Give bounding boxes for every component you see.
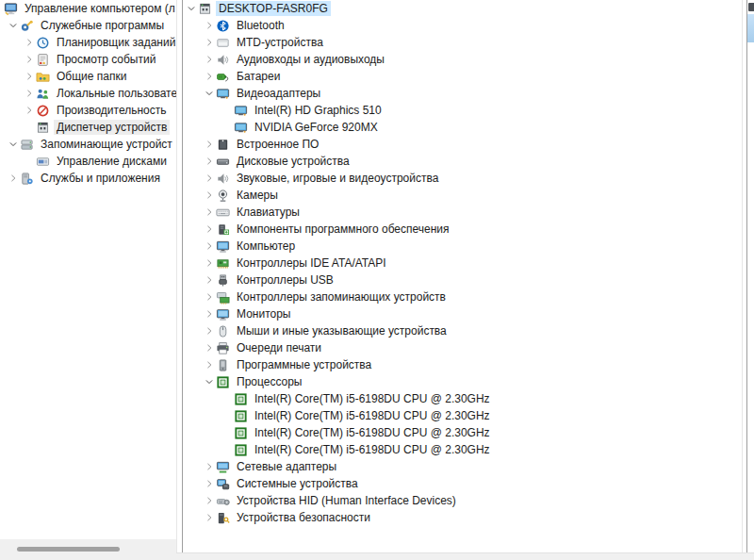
tree-item-label[interactable]: Диспетчер устройств xyxy=(54,120,170,135)
chevron-right-icon[interactable] xyxy=(203,18,215,33)
tree-item[interactable]: Управление дисками xyxy=(23,153,176,170)
tree-item[interactable]: Видеоадаптеры xyxy=(203,85,742,102)
tree-item-label[interactable]: Общие папки xyxy=(54,69,129,84)
tree-item[interactable]: Звуковые, игровые и видеоустройства xyxy=(203,170,742,187)
chevron-right-icon[interactable] xyxy=(203,459,215,474)
tree-item-label[interactable]: Intel(R) Core(TM) i5-6198DU CPU @ 2.30GH… xyxy=(252,442,493,457)
tree-item[interactable]: Bluetooth xyxy=(203,17,742,34)
tree-item[interactable]: Камеры xyxy=(203,187,742,204)
tree-item-label[interactable]: Устройства безопасности xyxy=(234,510,373,525)
tree-item[interactable]: Мониторы xyxy=(203,305,742,322)
tree-item[interactable]: Дисковые устройства xyxy=(203,153,742,170)
chevron-right-icon[interactable] xyxy=(7,171,19,186)
tree-item-label[interactable]: Устройства HID (Human Interface Devices) xyxy=(234,493,459,508)
chevron-down-icon[interactable] xyxy=(185,1,197,16)
tree-item[interactable]: Запоминающие устройст xyxy=(7,136,176,153)
tree-item-label[interactable]: Intel(R) HD Graphics 510 xyxy=(252,103,385,118)
tree-item-label[interactable]: Запоминающие устройст xyxy=(38,137,175,152)
chevron-right-icon[interactable] xyxy=(203,154,215,169)
tree-item-label[interactable]: Звуковые, игровые и видеоустройства xyxy=(234,171,441,186)
tree-item-label[interactable]: Аудиовходы и аудиовыходы xyxy=(234,52,387,67)
tree-item-label[interactable]: Управление компьютером (л xyxy=(22,1,176,16)
tree-item[interactable]: Intel(R) Core(TM) i5-6198DU CPU @ 2.30GH… xyxy=(221,424,742,441)
tree-item-label[interactable]: Камеры xyxy=(234,188,281,203)
tree-item-label[interactable]: Видеоадаптеры xyxy=(234,86,323,101)
tree-item-label[interactable]: Мониторы xyxy=(234,306,293,321)
chevron-right-icon[interactable] xyxy=(203,171,215,186)
tree-item-label[interactable]: Просмотр событий xyxy=(54,52,158,67)
tree-item-label[interactable]: Сетевые адаптеры xyxy=(234,459,339,474)
chevron-right-icon[interactable] xyxy=(23,69,35,84)
chevron-right-icon[interactable] xyxy=(203,188,215,203)
chevron-down-icon[interactable] xyxy=(7,137,19,152)
chevron-right-icon[interactable] xyxy=(23,86,35,101)
horizontal-scrollbar[interactable] xyxy=(0,539,176,560)
tree-item[interactable]: Планировщик заданий xyxy=(23,34,176,51)
chevron-down-icon[interactable] xyxy=(7,18,19,33)
chevron-right-icon[interactable] xyxy=(203,323,215,338)
chevron-right-icon[interactable] xyxy=(23,35,35,50)
tree-item[interactable]: Мыши и иные указывающие устройства xyxy=(203,322,742,339)
tree-item-label[interactable]: Программные устройства xyxy=(234,357,374,372)
tree-item-label[interactable]: Батареи xyxy=(234,69,283,84)
chevron-right-icon[interactable] xyxy=(203,493,215,508)
tree-item-label[interactable]: DESKTOP-FASR0FG xyxy=(216,1,331,16)
tree-item[interactable]: Встроенное ПО xyxy=(203,136,742,153)
tree-item[interactable]: Устройства HID (Human Interface Devices) xyxy=(203,492,742,509)
chevron-right-icon[interactable] xyxy=(203,476,215,491)
tree-item[interactable]: Аудиовходы и аудиовыходы xyxy=(203,51,742,68)
tree-item-label[interactable]: Производительность xyxy=(54,103,169,118)
tree-item-label[interactable]: Службы и приложения xyxy=(38,171,163,186)
pane-splitter[interactable] xyxy=(182,0,183,560)
chevron-right-icon[interactable] xyxy=(203,205,215,220)
tree-item[interactable]: Компоненты программного обеспечения xyxy=(203,221,742,238)
tree-item[interactable]: Intel(R) Core(TM) i5-6198DU CPU @ 2.30GH… xyxy=(221,407,742,424)
tree-item-label[interactable]: Служебные программы xyxy=(38,18,167,33)
chevron-right-icon[interactable] xyxy=(203,510,215,525)
tree-item-label[interactable]: Очереди печати xyxy=(234,340,324,355)
chevron-right-icon[interactable] xyxy=(203,239,215,254)
scrollbar-thumb[interactable] xyxy=(17,547,120,552)
tree-item-label[interactable]: MTD-устройства xyxy=(234,35,326,50)
tree-item[interactable]: Диспетчер устройств xyxy=(23,119,176,136)
tree-item-label[interactable]: Bluetooth xyxy=(234,18,287,33)
tree-item[interactable]: Производительность xyxy=(23,102,176,119)
chevron-right-icon[interactable] xyxy=(23,52,35,67)
tree-item[interactable]: Локальные пользовате xyxy=(23,85,176,102)
chevron-down-icon[interactable] xyxy=(203,374,215,389)
tree-item-label[interactable]: NVIDIA GeForce 920MX xyxy=(252,120,381,135)
tree-item[interactable]: NVIDIA GeForce 920MX xyxy=(221,119,742,136)
tree-item[interactable]: Контроллеры USB xyxy=(203,272,742,288)
tree-item[interactable]: Очереди печати xyxy=(203,339,742,356)
tree-item-label[interactable]: Intel(R) Core(TM) i5-6198DU CPU @ 2.30GH… xyxy=(252,391,493,406)
chevron-right-icon[interactable] xyxy=(203,52,215,67)
tree-item[interactable]: Процессоры xyxy=(203,373,742,390)
tree-item-label[interactable]: Встроенное ПО xyxy=(234,137,321,152)
tree-item[interactable]: Контроллеры запоминающих устройств xyxy=(203,288,742,305)
tree-item-label[interactable]: Компьютер xyxy=(234,239,298,254)
tree-item-label[interactable]: Мыши и иные указывающие устройства xyxy=(234,323,450,338)
chevron-right-icon[interactable] xyxy=(203,289,215,305)
chevron-right-icon[interactable] xyxy=(203,137,215,152)
tree-item[interactable]: Просмотр событий xyxy=(23,51,176,68)
tree-item[interactable]: Компьютер xyxy=(203,238,742,255)
chevron-down-icon[interactable] xyxy=(203,86,215,101)
chevron-right-icon[interactable] xyxy=(203,340,215,355)
tree-item[interactable]: MTD-устройства xyxy=(203,34,742,51)
chevron-right-icon[interactable] xyxy=(203,272,215,288)
tree-item[interactable]: Intel(R) Core(TM) i5-6198DU CPU @ 2.30GH… xyxy=(221,390,742,407)
chevron-right-icon[interactable] xyxy=(203,255,215,271)
tree-item-label[interactable]: Контроллеры запоминающих устройств xyxy=(234,289,449,305)
tree-item[interactable]: Служебные программы xyxy=(7,17,176,34)
tree-item[interactable]: Клавиатуры xyxy=(203,204,742,221)
tree-item[interactable]: Intel(R) HD Graphics 510 xyxy=(221,102,742,119)
tree-item-label[interactable]: Дисковые устройства xyxy=(234,154,352,169)
tree-item[interactable]: Общие папки xyxy=(23,68,176,85)
tree-item[interactable]: Сетевые адаптеры xyxy=(203,458,742,475)
chevron-right-icon[interactable] xyxy=(203,357,215,372)
tree-item-label[interactable]: Системные устройства xyxy=(234,476,361,491)
chevron-right-icon[interactable] xyxy=(203,35,215,50)
chevron-right-icon[interactable] xyxy=(23,103,35,118)
tree-item-label[interactable]: Компоненты программного обеспечения xyxy=(234,222,452,237)
tree-item-label[interactable]: Локальные пользовате xyxy=(54,86,176,101)
